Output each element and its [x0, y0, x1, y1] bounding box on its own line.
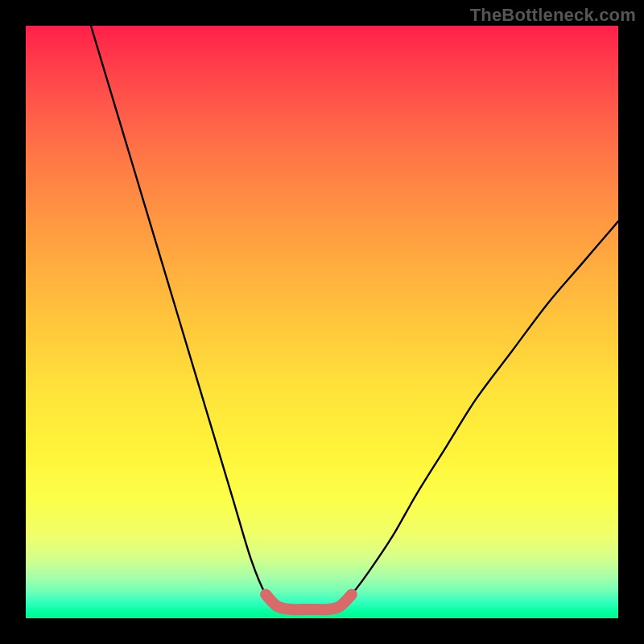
right-curve — [340, 221, 618, 606]
bottom-highlight — [266, 595, 352, 610]
plot-area — [26, 26, 618, 618]
chart-frame: TheBottleneck.com — [0, 0, 644, 644]
watermark-text: TheBottleneck.com — [470, 5, 636, 26]
left-curve — [91, 26, 278, 606]
curve-svg — [26, 26, 618, 618]
